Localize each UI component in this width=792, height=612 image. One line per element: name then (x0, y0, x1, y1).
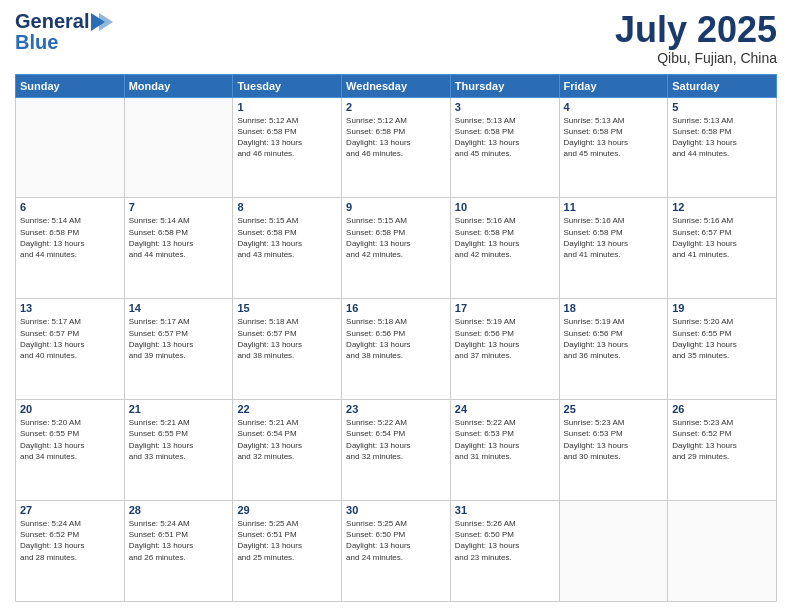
title-block: July 2025 Qibu, Fujian, China (615, 10, 777, 66)
day-number: 23 (346, 403, 446, 415)
col-friday: Friday (559, 74, 668, 97)
day-info: Sunrise: 5:12 AM Sunset: 6:58 PM Dayligh… (237, 115, 337, 160)
day-info: Sunrise: 5:18 AM Sunset: 6:57 PM Dayligh… (237, 316, 337, 361)
day-info: Sunrise: 5:13 AM Sunset: 6:58 PM Dayligh… (455, 115, 555, 160)
day-number: 29 (237, 504, 337, 516)
col-sunday: Sunday (16, 74, 125, 97)
day-info: Sunrise: 5:21 AM Sunset: 6:55 PM Dayligh… (129, 417, 229, 462)
day-info: Sunrise: 5:19 AM Sunset: 6:56 PM Dayligh… (455, 316, 555, 361)
calendar-cell: 12Sunrise: 5:16 AM Sunset: 6:57 PM Dayli… (668, 198, 777, 299)
calendar-cell (16, 97, 125, 198)
calendar-cell: 16Sunrise: 5:18 AM Sunset: 6:56 PM Dayli… (342, 299, 451, 400)
day-number: 9 (346, 201, 446, 213)
day-number: 6 (20, 201, 120, 213)
day-number: 12 (672, 201, 772, 213)
day-number: 11 (564, 201, 664, 213)
calendar-cell: 2Sunrise: 5:12 AM Sunset: 6:58 PM Daylig… (342, 97, 451, 198)
day-number: 2 (346, 101, 446, 113)
col-tuesday: Tuesday (233, 74, 342, 97)
calendar-cell: 6Sunrise: 5:14 AM Sunset: 6:58 PM Daylig… (16, 198, 125, 299)
day-info: Sunrise: 5:16 AM Sunset: 6:57 PM Dayligh… (672, 215, 772, 260)
day-number: 18 (564, 302, 664, 314)
month-title: July 2025 (615, 10, 777, 50)
day-number: 17 (455, 302, 555, 314)
calendar-cell: 30Sunrise: 5:25 AM Sunset: 6:50 PM Dayli… (342, 501, 451, 602)
day-number: 19 (672, 302, 772, 314)
day-info: Sunrise: 5:25 AM Sunset: 6:50 PM Dayligh… (346, 518, 446, 563)
calendar-cell: 26Sunrise: 5:23 AM Sunset: 6:52 PM Dayli… (668, 400, 777, 501)
calendar-cell: 29Sunrise: 5:25 AM Sunset: 6:51 PM Dayli… (233, 501, 342, 602)
day-number: 4 (564, 101, 664, 113)
day-info: Sunrise: 5:20 AM Sunset: 6:55 PM Dayligh… (672, 316, 772, 361)
calendar-cell: 19Sunrise: 5:20 AM Sunset: 6:55 PM Dayli… (668, 299, 777, 400)
day-info: Sunrise: 5:19 AM Sunset: 6:56 PM Dayligh… (564, 316, 664, 361)
day-number: 27 (20, 504, 120, 516)
col-monday: Monday (124, 74, 233, 97)
calendar-cell: 7Sunrise: 5:14 AM Sunset: 6:58 PM Daylig… (124, 198, 233, 299)
day-info: Sunrise: 5:14 AM Sunset: 6:58 PM Dayligh… (129, 215, 229, 260)
day-info: Sunrise: 5:12 AM Sunset: 6:58 PM Dayligh… (346, 115, 446, 160)
day-number: 22 (237, 403, 337, 415)
calendar-cell: 25Sunrise: 5:23 AM Sunset: 6:53 PM Dayli… (559, 400, 668, 501)
day-number: 24 (455, 403, 555, 415)
calendar-cell: 21Sunrise: 5:21 AM Sunset: 6:55 PM Dayli… (124, 400, 233, 501)
day-info: Sunrise: 5:22 AM Sunset: 6:54 PM Dayligh… (346, 417, 446, 462)
calendar-cell (668, 501, 777, 602)
calendar-cell: 28Sunrise: 5:24 AM Sunset: 6:51 PM Dayli… (124, 501, 233, 602)
day-number: 7 (129, 201, 229, 213)
calendar-cell (124, 97, 233, 198)
day-number: 13 (20, 302, 120, 314)
week-row-1: 1Sunrise: 5:12 AM Sunset: 6:58 PM Daylig… (16, 97, 777, 198)
header: General Blue July 2025 Qibu, Fujian, Chi… (15, 10, 777, 66)
day-number: 30 (346, 504, 446, 516)
week-row-3: 13Sunrise: 5:17 AM Sunset: 6:57 PM Dayli… (16, 299, 777, 400)
day-info: Sunrise: 5:13 AM Sunset: 6:58 PM Dayligh… (564, 115, 664, 160)
logo: General Blue (15, 10, 117, 54)
day-info: Sunrise: 5:23 AM Sunset: 6:53 PM Dayligh… (564, 417, 664, 462)
day-number: 31 (455, 504, 555, 516)
day-info: Sunrise: 5:26 AM Sunset: 6:50 PM Dayligh… (455, 518, 555, 563)
svg-marker-1 (99, 13, 113, 31)
day-number: 5 (672, 101, 772, 113)
calendar-cell: 15Sunrise: 5:18 AM Sunset: 6:57 PM Dayli… (233, 299, 342, 400)
day-info: Sunrise: 5:22 AM Sunset: 6:53 PM Dayligh… (455, 417, 555, 462)
calendar-cell: 20Sunrise: 5:20 AM Sunset: 6:55 PM Dayli… (16, 400, 125, 501)
day-info: Sunrise: 5:20 AM Sunset: 6:55 PM Dayligh… (20, 417, 120, 462)
day-number: 26 (672, 403, 772, 415)
calendar-cell: 24Sunrise: 5:22 AM Sunset: 6:53 PM Dayli… (450, 400, 559, 501)
calendar-cell: 4Sunrise: 5:13 AM Sunset: 6:58 PM Daylig… (559, 97, 668, 198)
day-number: 1 (237, 101, 337, 113)
day-info: Sunrise: 5:24 AM Sunset: 6:52 PM Dayligh… (20, 518, 120, 563)
day-info: Sunrise: 5:25 AM Sunset: 6:51 PM Dayligh… (237, 518, 337, 563)
day-info: Sunrise: 5:16 AM Sunset: 6:58 PM Dayligh… (564, 215, 664, 260)
calendar-cell: 23Sunrise: 5:22 AM Sunset: 6:54 PM Dayli… (342, 400, 451, 501)
logo-arrow-icon (91, 13, 115, 31)
calendar-cell: 1Sunrise: 5:12 AM Sunset: 6:58 PM Daylig… (233, 97, 342, 198)
day-number: 16 (346, 302, 446, 314)
calendar-cell: 18Sunrise: 5:19 AM Sunset: 6:56 PM Dayli… (559, 299, 668, 400)
day-info: Sunrise: 5:24 AM Sunset: 6:51 PM Dayligh… (129, 518, 229, 563)
day-number: 20 (20, 403, 120, 415)
calendar-cell: 27Sunrise: 5:24 AM Sunset: 6:52 PM Dayli… (16, 501, 125, 602)
day-number: 8 (237, 201, 337, 213)
day-info: Sunrise: 5:14 AM Sunset: 6:58 PM Dayligh… (20, 215, 120, 260)
calendar-table: Sunday Monday Tuesday Wednesday Thursday… (15, 74, 777, 602)
calendar-cell (559, 501, 668, 602)
col-wednesday: Wednesday (342, 74, 451, 97)
header-row: Sunday Monday Tuesday Wednesday Thursday… (16, 74, 777, 97)
calendar-cell: 22Sunrise: 5:21 AM Sunset: 6:54 PM Dayli… (233, 400, 342, 501)
calendar-cell: 11Sunrise: 5:16 AM Sunset: 6:58 PM Dayli… (559, 198, 668, 299)
col-saturday: Saturday (668, 74, 777, 97)
week-row-4: 20Sunrise: 5:20 AM Sunset: 6:55 PM Dayli… (16, 400, 777, 501)
day-number: 15 (237, 302, 337, 314)
calendar-cell: 13Sunrise: 5:17 AM Sunset: 6:57 PM Dayli… (16, 299, 125, 400)
day-info: Sunrise: 5:13 AM Sunset: 6:58 PM Dayligh… (672, 115, 772, 160)
calendar-cell: 8Sunrise: 5:15 AM Sunset: 6:58 PM Daylig… (233, 198, 342, 299)
week-row-5: 27Sunrise: 5:24 AM Sunset: 6:52 PM Dayli… (16, 501, 777, 602)
day-number: 28 (129, 504, 229, 516)
calendar-cell: 10Sunrise: 5:16 AM Sunset: 6:58 PM Dayli… (450, 198, 559, 299)
day-info: Sunrise: 5:18 AM Sunset: 6:56 PM Dayligh… (346, 316, 446, 361)
calendar-cell: 9Sunrise: 5:15 AM Sunset: 6:58 PM Daylig… (342, 198, 451, 299)
day-number: 25 (564, 403, 664, 415)
col-thursday: Thursday (450, 74, 559, 97)
